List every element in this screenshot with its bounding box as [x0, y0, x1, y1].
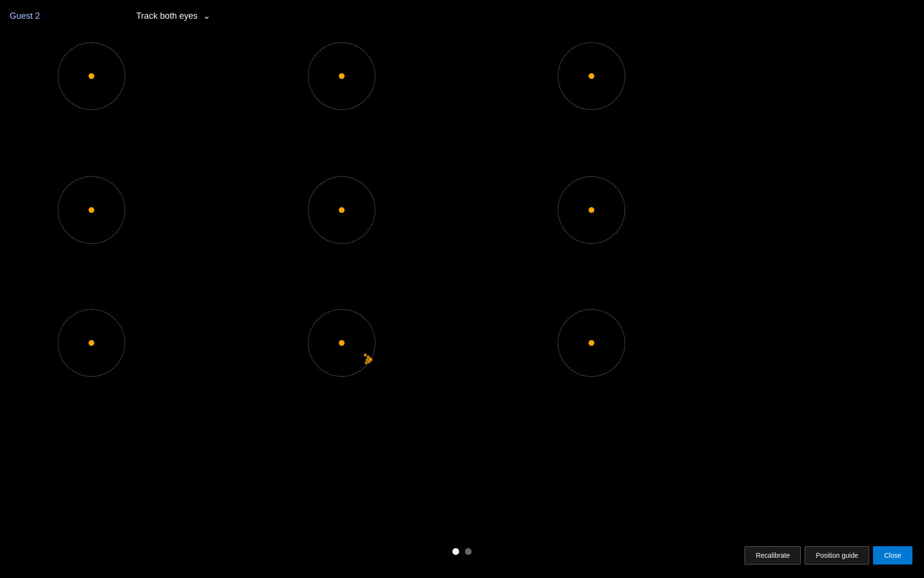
calibration-dot-4 — [89, 207, 94, 213]
close-button[interactable]: Close — [873, 546, 912, 565]
calibration-dot-7 — [89, 340, 94, 346]
calibration-circle-6 — [558, 176, 625, 244]
calibration-dot-9 — [589, 340, 594, 346]
calibration-circle-5 — [308, 176, 375, 244]
calibration-circle-4 — [58, 176, 125, 244]
pagination — [452, 548, 472, 555]
calibration-circle-9 — [558, 309, 625, 377]
calibration-circle-8 — [308, 309, 375, 377]
calibration-dot-3 — [589, 73, 594, 79]
position-guide-button[interactable]: Position guide — [805, 546, 869, 565]
pagination-dot-1[interactable] — [452, 548, 459, 555]
calibration-circle-1 — [58, 42, 125, 110]
recalibrate-button[interactable]: Recalibrate — [744, 546, 801, 565]
gaze-cluster-dot-6 — [370, 358, 372, 361]
calibration-area — [0, 0, 924, 578]
bottom-buttons: Recalibrate Position guide Close — [744, 546, 912, 565]
calibration-dot-2 — [339, 73, 345, 79]
calibration-circle-3 — [558, 42, 625, 110]
calibration-dot-6 — [589, 207, 594, 213]
calibration-circle-7 — [58, 309, 125, 377]
calibration-dot-1 — [89, 73, 94, 79]
calibration-circle-2 — [308, 42, 375, 110]
calibration-dot-8 — [339, 340, 345, 346]
pagination-dot-2[interactable] — [465, 548, 472, 555]
calibration-dot-5 — [339, 207, 345, 213]
